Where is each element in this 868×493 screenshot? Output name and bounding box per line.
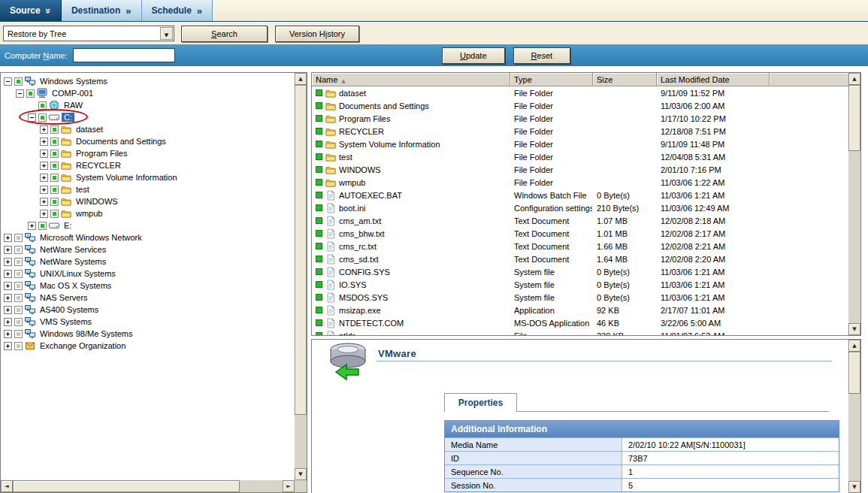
selected-check-icon[interactable] [316, 115, 322, 122]
file-row[interactable]: Program FilesFile Folder1/17/10 10:22 PM [312, 112, 848, 125]
restore-mode-select[interactable]: Restore by Tree [3, 26, 174, 41]
tree-checkbox[interactable] [14, 234, 23, 242]
scroll-track[interactable] [848, 352, 860, 481]
scroll-down-button[interactable] [295, 468, 307, 480]
tree-checkbox[interactable] [14, 282, 23, 290]
scroll-right-button[interactable] [283, 480, 295, 492]
tree-checkbox[interactable] [14, 318, 23, 326]
scroll-thumb[interactable] [848, 85, 860, 151]
file-row[interactable]: WINDOWSFile Folder2/01/10 7:16 PM [312, 163, 848, 176]
file-row[interactable]: RECYCLERFile Folder12/18/08 7:51 PM [312, 125, 848, 138]
tree-checkbox[interactable] [50, 186, 59, 194]
expand-icon[interactable] [40, 162, 48, 170]
expand-icon[interactable] [40, 150, 48, 158]
expand-icon[interactable] [4, 246, 12, 254]
tab-properties[interactable]: Properties [444, 393, 517, 412]
file-row[interactable]: cms_bhw.txtText Document1.01 MB12/02/08 … [312, 227, 848, 240]
selected-check-icon[interactable] [316, 192, 322, 198]
search-button[interactable]: Search [181, 26, 268, 42]
column-header-last-modified-date[interactable]: Last Modified Date [657, 73, 770, 86]
file-row[interactable]: cms_sd.txtText Document1.64 MB12/02/08 2… [312, 253, 848, 265]
scroll-left-button[interactable] [1, 480, 13, 492]
tree-item-system-volume-information[interactable]: System Volume Information [1, 171, 295, 183]
tree-item-dataset[interactable]: dataset [1, 123, 295, 135]
tree-item-recycler[interactable]: RECYCLER [1, 159, 295, 171]
file-row[interactable]: msizap.exeApplication92 KB2/17/07 11:01 … [312, 304, 848, 316]
expand-icon[interactable] [40, 126, 48, 134]
tab-source[interactable]: Source [0, 0, 62, 21]
tree-item-microsoft-windows-network[interactable]: Microsoft Windows Network [1, 231, 295, 243]
tree-checkbox[interactable] [14, 270, 23, 278]
expand-icon[interactable] [4, 342, 12, 350]
tree-checkbox[interactable] [14, 330, 23, 338]
tree-item-exchange-organization[interactable]: Exchange Organization [1, 340, 295, 352]
scroll-track[interactable] [13, 480, 283, 492]
selected-check-icon[interactable] [316, 166, 322, 173]
tree-checkbox[interactable] [50, 198, 59, 206]
tree-checkbox[interactable] [14, 77, 23, 86]
selected-check-icon[interactable] [316, 256, 322, 262]
scroll-thumb[interactable] [848, 352, 860, 394]
tree-checkbox[interactable] [38, 101, 47, 110]
tree-item-windows-systems[interactable]: Windows Systems [1, 75, 295, 87]
tree-item-as400-systems[interactable]: AS400 Systems [1, 304, 295, 316]
file-row[interactable]: Documents and SettingsFile Folder11/03/0… [312, 99, 848, 112]
tree-checkbox[interactable] [50, 150, 59, 158]
scroll-up-button[interactable] [295, 73, 307, 85]
tree-item-vms-systems[interactable]: VMS Systems [1, 316, 295, 328]
tree-item-windows[interactable]: WINDOWS [1, 195, 295, 207]
scroll-down-button[interactable] [848, 323, 860, 335]
tree-checkbox[interactable] [38, 222, 47, 230]
properties-vertical-scrollbar[interactable] [848, 340, 860, 493]
tree-checkbox[interactable] [14, 342, 23, 350]
file-list-vertical-scrollbar[interactable] [848, 73, 860, 335]
tree-checkbox[interactable] [14, 294, 23, 302]
column-header-size[interactable]: Size [593, 73, 657, 86]
tree-item-unix-linux-systems[interactable]: UNIX/Linux Systems [1, 268, 295, 280]
tree-checkbox[interactable] [50, 210, 59, 218]
expand-icon[interactable] [4, 318, 12, 326]
expand-icon[interactable] [4, 330, 12, 338]
file-row[interactable]: AUTOEXEC.BATWindows Batch File0 Byte(s)1… [312, 189, 848, 201]
file-row[interactable]: boot.iniConfiguration settings210 Byte(s… [312, 201, 848, 214]
selected-check-icon[interactable] [316, 102, 322, 109]
expand-icon[interactable] [4, 258, 12, 266]
expand-icon[interactable] [4, 234, 12, 242]
reset-button[interactable]: Reset [513, 47, 570, 64]
expand-icon[interactable] [40, 186, 48, 194]
selected-check-icon[interactable] [316, 268, 322, 275]
file-row[interactable]: cms_am.txtText Document1.07 MB12/02/08 2… [312, 214, 848, 227]
expand-icon[interactable] [28, 222, 36, 230]
expand-icon[interactable] [40, 174, 48, 182]
expand-icon[interactable] [40, 210, 48, 218]
update-button[interactable]: Update [442, 47, 505, 64]
tree-item-test[interactable]: test [1, 183, 295, 195]
expand-icon[interactable] [4, 282, 12, 290]
tree-checkbox[interactable] [50, 126, 59, 134]
version-history-button[interactable]: Version History [275, 26, 359, 42]
tree-checkbox[interactable] [14, 246, 23, 254]
tree-checkbox[interactable] [14, 306, 23, 314]
scroll-thumb[interactable] [295, 85, 307, 415]
selected-check-icon[interactable] [316, 332, 322, 335]
file-row[interactable]: testFile Folder12/04/08 5:31 AM [312, 150, 848, 163]
tree-item-raw[interactable]: RAW [1, 99, 295, 111]
tree-item-netware-systems[interactable]: NetWare Systems [1, 256, 295, 268]
tree-item-wmpub[interactable]: wmpub [1, 207, 295, 219]
expand-icon[interactable] [4, 270, 12, 278]
tree-checkbox[interactable] [50, 138, 59, 146]
selected-check-icon[interactable] [316, 179, 322, 186]
tree-checkbox[interactable] [26, 89, 35, 98]
tree-checkbox[interactable] [14, 258, 23, 266]
tab-destination[interactable]: Destination [62, 0, 142, 21]
selected-check-icon[interactable] [316, 307, 322, 313]
tree-vertical-scrollbar[interactable] [295, 73, 307, 480]
scroll-down-button[interactable] [848, 481, 860, 493]
tree-checkbox[interactable] [50, 162, 59, 170]
tree-item-netware-services[interactable]: NetWare Services [1, 243, 295, 256]
scroll-up-button[interactable] [848, 340, 860, 352]
file-row[interactable]: MSDOS.SYSSystem file0 Byte(s)11/03/06 1:… [312, 291, 848, 304]
selected-check-icon[interactable] [316, 281, 322, 288]
tab-schedule[interactable]: Schedule [142, 0, 213, 21]
file-row[interactable]: datasetFile Folder9/11/09 11:52 PM [312, 86, 848, 99]
